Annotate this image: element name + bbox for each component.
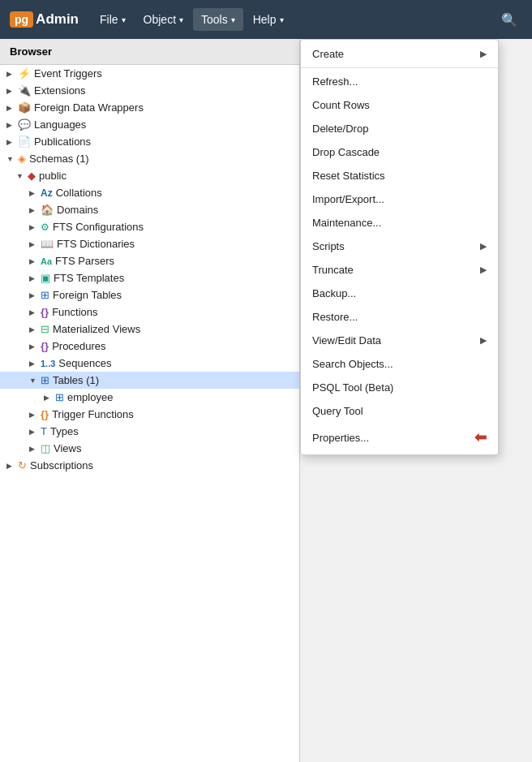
chevron-icon: ▶ <box>29 274 41 282</box>
nav-help[interactable]: Help ▾ <box>245 8 292 31</box>
nav-tools[interactable]: Tools ▾ <box>193 8 243 31</box>
chevron-icon: ▼ <box>16 172 28 180</box>
browser-title: Browser <box>10 45 52 58</box>
tree-item[interactable]: ▶ ⊞ Foreign Tables <box>0 286 299 304</box>
tree-item[interactable]: ▶ Aa FTS Parsers <box>0 252 299 269</box>
header-search-icon[interactable]: 🔍 <box>496 7 522 32</box>
menu-item-maintenance[interactable]: Maintenance... <box>301 211 498 235</box>
menu-item-truncate[interactable]: Truncate ▶ <box>301 258 498 282</box>
menu-item-drop-cascade[interactable]: Drop Cascade <box>301 140 498 164</box>
tree-item[interactable]: ▶ ◫ Views <box>0 440 299 457</box>
node-icon: ◆ <box>28 170 36 182</box>
tree-item[interactable]: ▶ 💬 Languages <box>0 116 299 133</box>
tree-item[interactable]: ▶ ⊟ Materialized Views <box>0 321 299 338</box>
menu-item-search-objects[interactable]: Search Objects... <box>301 352 498 376</box>
node-label: Schemas (1) <box>29 153 89 165</box>
node-icon: ▣ <box>41 272 50 284</box>
tree-item[interactable]: ▶ T Types <box>0 423 299 440</box>
nav-object-label: Object <box>144 13 176 26</box>
chevron-icon: ▶ <box>6 104 18 112</box>
node-icon: ⊞ <box>41 374 49 386</box>
menu-item-properties[interactable]: Properties... ⬅ <box>301 423 498 452</box>
chevron-icon: ▶ <box>6 70 18 78</box>
node-label: FTS Templates <box>54 272 124 284</box>
browser-header: Browser <box>0 39 299 65</box>
nav-object[interactable]: Object ▾ <box>135 8 191 31</box>
node-label: FTS Parsers <box>55 255 114 267</box>
menu-item-delete[interactable]: Delete/Drop <box>301 117 498 140</box>
node-label: Publications <box>34 136 91 148</box>
tree-item[interactable]: ▶ 📖 FTS Dictionaries <box>0 235 299 252</box>
chevron-icon: ▶ <box>6 87 18 95</box>
tree-item[interactable]: ▶ 1..3 Sequences <box>0 355 299 372</box>
menu-item-reset-stats[interactable]: Reset Statistics <box>301 164 498 187</box>
menu-item-label: View/Edit Data <box>312 334 381 347</box>
chevron-icon: ▶ <box>29 308 41 316</box>
menu-item-label: Backup... <box>312 287 356 299</box>
tree-item[interactable]: ▶ Az Collations <box>0 184 299 201</box>
tree-item[interactable]: ▶ 📄 Publications <box>0 133 299 150</box>
nav-file-label: File <box>100 13 118 26</box>
nav-tools-label: Tools <box>201 13 228 26</box>
tree-item[interactable]: ▶ ↻ Subscriptions <box>0 457 299 474</box>
chevron-icon: ▶ <box>29 445 41 453</box>
node-label: employee <box>67 391 113 403</box>
menu-item-psql-tool[interactable]: PSQL Tool (Beta) <box>301 376 498 399</box>
nav-file[interactable]: File ▾ <box>92 8 134 31</box>
node-icon: 📄 <box>18 136 31 148</box>
menu-item-backup[interactable]: Backup... <box>301 282 498 305</box>
tree-item-tables[interactable]: ▼ ⊞ Tables (1) <box>0 372 299 389</box>
app-header: pg Admin File ▾ Object ▾ Tools ▾ Help ▾ … <box>0 0 532 39</box>
tree-item[interactable]: ▶ 🏠 Domains <box>0 201 299 218</box>
menu-item-count-rows[interactable]: Count Rows <box>301 93 498 117</box>
menu-item-view-edit-data[interactable]: View/Edit Data ▶ <box>301 329 498 352</box>
node-icon: 💬 <box>18 118 31 131</box>
tree-item[interactable]: ▼ ◆ public <box>0 167 299 184</box>
node-icon: {} <box>41 340 49 352</box>
chevron-icon: ▶ <box>6 138 18 146</box>
node-icon: {} <box>41 408 49 420</box>
menu-item-create[interactable]: Create ▶ <box>301 42 498 66</box>
node-label: Views <box>54 442 81 454</box>
menu-item-label: Properties... <box>312 432 369 444</box>
logo-box: pg <box>10 11 33 28</box>
menu-item-import-export[interactable]: Import/Export... <box>301 187 498 211</box>
menu-item-query-tool[interactable]: Query Tool <box>301 399 498 423</box>
node-icon: T <box>41 425 47 437</box>
menu-item-label: Truncate <box>312 264 354 276</box>
menu-item-restore[interactable]: Restore... <box>301 305 498 329</box>
tree-item[interactable]: ▶ 🔌 Extensions <box>0 82 299 99</box>
tree-item[interactable]: ▶ ⊞ employee <box>0 389 299 406</box>
tree-item[interactable]: ▶ {} Trigger Functions <box>0 406 299 423</box>
logo: pg Admin <box>10 11 79 28</box>
logo-pg-text: pg <box>15 13 28 26</box>
tree-item[interactable]: ▶ 📦 Foreign Data Wrappers <box>0 99 299 116</box>
node-icon: ↻ <box>18 459 27 471</box>
tree-item[interactable]: ▶ {} Functions <box>0 304 299 321</box>
chevron-icon: ▶ <box>29 206 41 214</box>
tree-item[interactable]: ▼ ◈ Schemas (1) <box>0 150 299 167</box>
node-label: Extensions <box>34 84 86 97</box>
menu-item-scripts[interactable]: Scripts ▶ <box>301 235 498 258</box>
node-label: Domains <box>57 204 98 216</box>
browser-panel: Browser ▶ ⚡ Event Triggers ▶ 🔌 Extension… <box>0 39 300 762</box>
menu-item-label: Create <box>312 48 344 60</box>
tree-item[interactable]: ▶ ⚡ Event Triggers <box>0 65 299 82</box>
menu-item-refresh[interactable]: Refresh... <box>301 70 498 93</box>
tree-item[interactable]: ▶ ⚙ FTS Configurations <box>0 218 299 235</box>
tree-item[interactable]: ▶ ▣ FTS Templates <box>0 269 299 286</box>
tree-item[interactable]: ▶ {} Procedures <box>0 338 299 355</box>
node-label: Sequences <box>58 357 111 369</box>
submenu-arrow-icon: ▶ <box>480 335 487 346</box>
node-label: FTS Dictionaries <box>57 238 135 250</box>
node-label: Subscriptions <box>30 459 93 471</box>
chevron-icon: ▶ <box>29 428 41 436</box>
chevron-icon: ▶ <box>29 342 41 351</box>
node-label: Foreign Tables <box>53 289 122 301</box>
chevron-icon: ▶ <box>6 462 18 470</box>
node-icon: ⊞ <box>41 289 49 301</box>
chevron-icon: ▼ <box>6 155 18 163</box>
node-icon: ⚡ <box>18 67 31 80</box>
chevron-icon: ▶ <box>6 121 18 129</box>
menu-divider <box>301 67 498 68</box>
